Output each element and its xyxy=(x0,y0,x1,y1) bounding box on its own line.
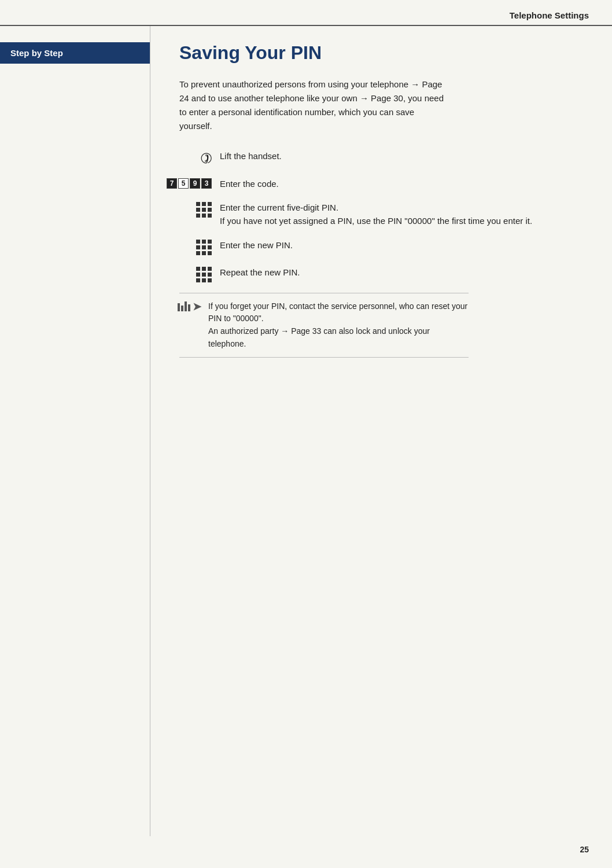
arrow-icon-3: → xyxy=(281,326,289,336)
step-text-repeat-pin: Repeat the new PIN. xyxy=(220,266,577,279)
note-arrow-icon: ➤ xyxy=(193,300,201,313)
note-icon: ➤ xyxy=(178,300,201,313)
keypad-icon-3 xyxy=(196,267,212,282)
step-icon-keypad-2 xyxy=(179,238,220,255)
step-enter-new-pin: Enter the new PIN. xyxy=(179,238,577,255)
info-icon-area: ➤ xyxy=(179,300,208,313)
code-digit-7: 7 xyxy=(167,178,177,189)
step-icon-handset: ✆ xyxy=(179,149,220,167)
arrow-icon: → xyxy=(411,79,419,89)
step-lift-handset: ✆ Lift the handset. xyxy=(179,149,577,167)
page: Telephone Settings Step by Step Saving Y… xyxy=(0,0,612,868)
step-enter-code: 7 5 9 3 Enter the code. xyxy=(179,177,577,190)
info-text: If you forget your PIN, contact the serv… xyxy=(208,300,469,351)
step-repeat-new-pin: Repeat the new PIN. xyxy=(179,266,577,282)
sidebar: Step by Step xyxy=(0,26,150,836)
step-text-enter-code: Enter the code. xyxy=(220,177,577,190)
code-digit-3: 3 xyxy=(201,178,212,189)
step-text-lift-handset: Lift the handset. xyxy=(220,149,577,163)
code-digit-5: 5 xyxy=(178,178,189,189)
section-title: Saving Your PIN xyxy=(179,42,577,64)
header-title: Telephone Settings xyxy=(510,10,589,20)
sidebar-wrapper: Step by Step xyxy=(0,26,150,836)
keypad-icon-1 xyxy=(196,202,212,218)
main-layout: Step by Step Saving Your PIN To prevent … xyxy=(0,26,612,836)
step-text-current-pin: Enter the current five-digit PIN. If you… xyxy=(220,201,577,228)
intro-text: To prevent unauthorized persons from usi… xyxy=(179,78,445,133)
code-box: 7 5 9 3 xyxy=(167,178,212,189)
step-icon-keypad-1 xyxy=(179,201,220,218)
info-box: ➤ If you forget your PIN, contact the se… xyxy=(179,293,469,358)
page-number: 25 xyxy=(580,845,589,854)
keypad-icon-2 xyxy=(196,240,212,255)
content-area: Saving Your PIN To prevent unauthorized … xyxy=(150,26,612,836)
step-icon-code: 7 5 9 3 xyxy=(179,177,220,189)
step-text-new-pin: Enter the new PIN. xyxy=(220,238,577,252)
sidebar-label: Step by Step xyxy=(0,42,150,64)
page-header: Telephone Settings xyxy=(0,0,612,26)
code-digit-9: 9 xyxy=(190,178,200,189)
handset-icon: ✆ xyxy=(197,149,215,168)
step-enter-current-pin: Enter the current five-digit PIN. If you… xyxy=(179,201,577,228)
step-icon-keypad-3 xyxy=(179,266,220,282)
note-bars xyxy=(178,301,190,311)
arrow-icon-2: → xyxy=(360,93,368,103)
